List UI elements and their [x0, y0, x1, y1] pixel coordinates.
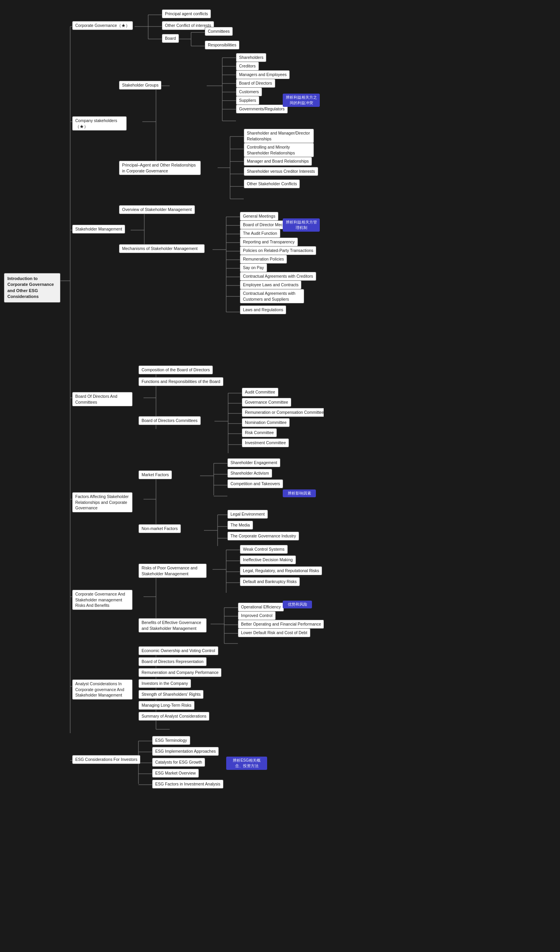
weak-control-node: Weak Control Systems	[240, 545, 288, 554]
functions-board-node: Functions and Responsibilities of the Bo…	[138, 377, 223, 386]
factors-affecting-node: Factors Affecting Stakeholder Relationsh…	[72, 492, 133, 512]
manager-board-rel-node: Manager and Board Relationships	[244, 157, 312, 166]
the-media-node: The Media	[227, 521, 253, 530]
risks-poor-gov-node: Risks of Poor Governance and Stakeholder…	[138, 564, 207, 578]
lower-default-node: Lower Default Risk and Cost of Debt	[238, 628, 310, 637]
managing-lt-risks-node: Managing Long-Term Risks	[138, 701, 195, 710]
root-node: Introduction to Corporate Governance and…	[4, 273, 60, 303]
contractual-customers-node: Contractual Agreements with Customers an…	[240, 289, 304, 303]
shareholders-node: Shareholders	[236, 53, 266, 62]
sh-activism-node: Shareholder Activism	[227, 469, 272, 478]
principal-agent-node: Principal agent conflicts	[162, 9, 211, 18]
catalysts-esg-node: Catalysts for ESG Growth	[152, 758, 205, 767]
policies-related-node: Policies on Related-Party Transactions	[240, 246, 316, 255]
management-label: 辨析利益相关方管理机制	[283, 218, 320, 232]
corp-gov-node: Corporate Governance（★）	[72, 21, 133, 30]
say-on-pay-node: Say on Pay	[240, 263, 267, 272]
governance-committee-node: Governance Committee	[242, 398, 291, 407]
corp-gov-industry-node: The Corporate Governance Industry	[227, 532, 299, 541]
improved-control-node: Improved Control	[238, 611, 276, 620]
market-factors-node: Market Factors	[138, 470, 172, 479]
contractual-creditors-node: Contractual Agreements with Creditors	[240, 272, 316, 281]
economic-ownership-node: Economic Ownership and Voting Control	[138, 646, 218, 655]
mind-map: Introduction to Corporate Governance and…	[0, 0, 324, 16]
general-meetings-node: General Meetings	[240, 212, 278, 221]
board-committees-node: Board of Directors Committees	[138, 416, 201, 425]
investors-company-node: Investors in the Company	[138, 679, 191, 688]
composition-board-node: Composition of the Board of Directors	[138, 365, 213, 374]
board-rep-node: Board of Directors Representation	[138, 657, 207, 666]
company-stakeholders-node: Company stakeholders（★）	[72, 116, 127, 131]
controlling-minority-node: Controlling and Minority Shareholder Rel…	[244, 143, 314, 157]
mechanisms-stake-node: Mechanisms of Stakeholder Management	[119, 244, 205, 253]
analyst-consid-node: Analyst Considerations In Corporate gove…	[72, 679, 133, 700]
board-label-node: Board	[162, 34, 179, 43]
corp-gov-risks-node: Corporate Governance And Stakeholder man…	[72, 590, 133, 610]
esg-investors-node: ESG Considerations For Investors	[72, 755, 140, 764]
principal-agent-rel-node: Principal–Agent and Other Relationships …	[119, 161, 201, 175]
esg-factors-invest-node: ESG Factors in Investment Analysis	[152, 780, 223, 789]
nomination-committee-node: Nomination Committee	[242, 418, 290, 427]
legal-env-node: Legal Environment	[227, 510, 268, 519]
esg-label: 辨析ESG相关概念、投资方法	[226, 757, 267, 770]
esg-terminology-node: ESG Terminology	[152, 736, 190, 745]
non-market-factors-node: Non-market Factors	[138, 524, 181, 533]
competition-takeovers-node: Competition and Takeovers	[227, 479, 283, 488]
creditors-node: Creditors	[236, 62, 259, 71]
overview-stake-node: Overview of Stakeholder Management	[119, 205, 195, 214]
factors-label: 辨析影响因素	[283, 489, 316, 497]
customers-node: Customers	[236, 87, 262, 96]
other-stake-conflicts-node: Other Stakeholder Conflicts	[244, 179, 300, 188]
risk-committee-node: Risk Committee	[242, 428, 277, 437]
summary-analyst-node: Summary of Analyst Considerations	[138, 712, 209, 721]
laws-regs-node: Laws and Regulations	[240, 305, 286, 314]
managers-emp-node: Managers and Employees	[236, 70, 290, 79]
remuneration-pol-node: Remuneration Policies	[240, 255, 287, 264]
govts-reg-node: Governments/Regulators	[236, 105, 288, 113]
audit-committee-node: Audit Committee	[242, 388, 278, 397]
better-operating-node: Better Operating and Financial Performan…	[238, 620, 324, 629]
committees-node: Committees	[205, 27, 233, 36]
remuneration-comp-perf-node: Remuneration and Company Performance	[138, 668, 222, 677]
default-bankruptcy-node: Default and Bankruptcy Risks	[240, 577, 300, 586]
stakeholder-mgmt-node: Stakeholder Management	[72, 225, 125, 234]
reporting-trans-node: Reporting and Transparency	[240, 238, 298, 246]
employee-laws-node: Employee Laws and Contracts	[240, 280, 301, 289]
operational-eff-node: Operational Efficiency	[238, 603, 284, 612]
investment-committee-node: Investment Committee	[242, 438, 289, 447]
audit-func-node: The Audit Function	[240, 229, 280, 238]
stakeholder-groups-node: Stakeholder Groups	[119, 81, 161, 90]
sh-engagement-node: Shareholder Engagement	[227, 458, 280, 467]
esg-implementation-node: ESG Implementation Approaches	[152, 747, 219, 756]
risks-label: 优势和风险	[283, 601, 312, 608]
strength-sh-rights-node: Strength of Shareholders' Rights	[138, 690, 204, 699]
legal-reg-rep-node: Legal, Regulatory, and Reputational Risk…	[240, 566, 322, 575]
sh-creditor-node: Shareholder versus Creditor Interests	[244, 167, 318, 176]
remuneration-comp-node: Remuneration or Compensation Committee	[242, 408, 324, 417]
sh-manager-rel-node: Shareholder and Manager/Director Relatio…	[244, 129, 314, 143]
board-dir-comm-node: Board Of Directors And Committees	[72, 392, 133, 406]
responsibilities-node: Responsibilities	[205, 41, 239, 50]
board-directors-node: Board of Directors	[236, 79, 275, 88]
ineffective-decision-node: Ineffective Decision Making	[240, 555, 296, 564]
benefits-effective-node: Benefits of Effective Governance and Sta…	[138, 618, 207, 633]
conflicts-label: 辨析利益相关方之间的利益冲突	[283, 94, 320, 107]
esg-market-node: ESG Market Overview	[152, 769, 199, 778]
suppliers-node: Suppliers	[236, 96, 259, 105]
